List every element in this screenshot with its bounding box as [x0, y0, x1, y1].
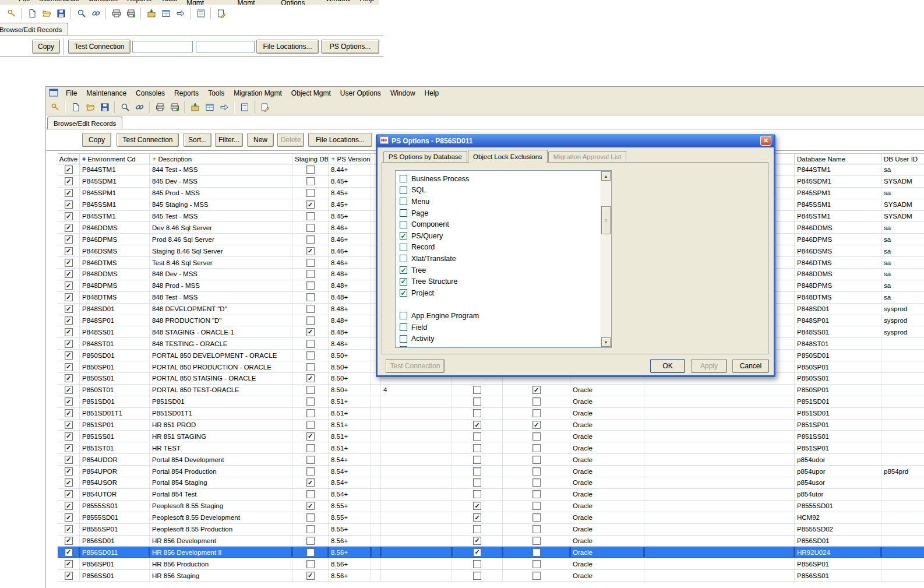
checkbox-activity[interactable]	[400, 335, 407, 343]
exclusion-item-field[interactable]: Field	[400, 322, 601, 333]
copy-button[interactable]: Copy	[32, 40, 60, 54]
checkbox-staging[interactable]	[306, 409, 315, 417]
checkbox-staging[interactable]	[306, 212, 315, 220]
checkbox-staging[interactable]	[306, 281, 315, 290]
test-connection-button[interactable]: Test Connection	[117, 133, 179, 147]
checkbox-flag1[interactable]: ✓	[473, 548, 481, 557]
checkbox-active[interactable]: ✓	[65, 363, 73, 371]
checkbox-staging[interactable]	[306, 340, 315, 348]
checkbox-flag1[interactable]: ✓	[473, 513, 481, 522]
file-locations-button[interactable]: File Locations...	[256, 40, 319, 54]
menu-user-options[interactable]: User Options	[336, 88, 386, 98]
checkbox-active[interactable]: ✓	[65, 247, 73, 255]
menu-window[interactable]: Window	[321, 0, 355, 4]
new-button[interactable]: New	[247, 133, 274, 147]
checkbox-flag2[interactable]	[532, 432, 541, 441]
report-icon[interactable]	[194, 7, 207, 20]
checkbox-field[interactable]	[400, 323, 407, 331]
table-row-p854utor[interactable]: ✓P854UTORPortal 854 Test8.54+Oraclep854u…	[58, 489, 924, 501]
checkbox-flag1[interactable]	[473, 572, 481, 580]
checkbox-flag2[interactable]	[532, 444, 541, 452]
checkbox-active[interactable]: ✓	[65, 386, 73, 394]
ok-button[interactable]: OK	[650, 359, 685, 373]
scrollbar-thumb[interactable]: ≡	[601, 206, 611, 234]
checkbox-flag2[interactable]	[532, 525, 541, 533]
checkbox-active[interactable]: ✓	[65, 305, 73, 313]
checkbox-flag1[interactable]	[473, 525, 481, 533]
tab-browse-edit-records[interactable]: Browse/Edit Records	[0, 23, 68, 36]
checkbox-flag2[interactable]	[532, 560, 541, 568]
menu-migration-mgmt[interactable]: Migration Mgmt	[229, 88, 287, 98]
checkbox-app-engine-program[interactable]	[400, 312, 407, 319]
checkbox-active[interactable]: ✓	[65, 478, 73, 487]
link-icon[interactable]	[133, 101, 146, 114]
checkbox-page[interactable]	[400, 209, 407, 217]
checkbox-staging[interactable]	[306, 293, 315, 301]
exclusion-item-project[interactable]: ✓Project	[400, 287, 601, 299]
checkbox-staging[interactable]	[306, 421, 315, 429]
checkbox-flag1[interactable]	[473, 409, 481, 417]
table-row-p850st01[interactable]: ✓P850ST01PORTAL 850 TEST-ORACLE8.50+4✓Or…	[58, 385, 924, 396]
checkbox-flag2[interactable]: ✓	[532, 421, 541, 429]
cancel-button[interactable]: Cancel	[732, 359, 769, 373]
checkbox-staging[interactable]: ✓	[306, 328, 315, 336]
menu-user-options[interactable]: User Options	[276, 0, 320, 5]
checkbox-active[interactable]: ✓	[65, 572, 73, 580]
zoom-icon[interactable]	[118, 101, 132, 114]
table-row-p851sp01[interactable]: ✓P851SP01HR 851 PROD8.51+✓✓OracleP851SP0…	[58, 420, 924, 431]
checkbox-active[interactable]: ✓	[65, 235, 73, 244]
exclusion-item-xlat-translate[interactable]: Xlat/Translate	[400, 253, 601, 265]
checkbox-staging[interactable]	[306, 235, 315, 244]
checkbox-active[interactable]: ✓	[65, 281, 73, 290]
sort-button[interactable]: Sort...	[184, 133, 211, 147]
checkbox-active[interactable]: ✓	[65, 259, 73, 267]
dialog-titlebar[interactable]: PS Options - P856SD011 ✕	[378, 134, 774, 147]
checkbox-staging[interactable]: ✓	[306, 247, 315, 255]
transfer-arrow-icon[interactable]	[217, 101, 231, 114]
checkbox-staging[interactable]	[306, 397, 315, 406]
checkbox-active[interactable]: ✓	[65, 224, 73, 232]
checkbox-xlat-translate[interactable]	[400, 255, 407, 262]
checkbox-staging[interactable]: ✓	[306, 502, 315, 510]
menu-reports[interactable]: Reports	[122, 0, 156, 4]
checkbox-flag1[interactable]	[473, 444, 481, 452]
exclusion-item-component[interactable]: Component	[400, 219, 601, 230]
menu-reports[interactable]: Reports	[170, 88, 203, 98]
exclusion-item-page[interactable]: Page	[400, 207, 601, 219]
checkbox-staging[interactable]	[306, 305, 315, 313]
checkbox-flag2[interactable]	[532, 467, 541, 476]
tab-ps-options-by-database[interactable]: PS Options by Database	[383, 151, 467, 162]
checkbox-flag2[interactable]	[532, 537, 541, 545]
checkbox-ps-query[interactable]: ✓	[400, 232, 407, 240]
checkbox-staging[interactable]	[306, 386, 315, 394]
checkbox-active[interactable]: ✓	[65, 513, 73, 522]
table-row-p856sd011[interactable]: ✓P856SD011HR 856 Development II8.56+✓Ora…	[58, 547, 924, 558]
checkbox-active[interactable]: ✓	[65, 409, 73, 417]
checkbox-active[interactable]: ✓	[65, 189, 73, 197]
checkbox-active[interactable]: ✓	[65, 456, 73, 464]
checkbox-active[interactable]: ✓	[65, 270, 73, 278]
key-icon[interactable]	[48, 101, 62, 114]
checkbox-flag1[interactable]	[473, 560, 481, 568]
checkbox-active[interactable]: ✓	[65, 374, 73, 382]
test-connection-button[interactable]: Test Connection	[68, 40, 131, 54]
checkbox-staging[interactable]	[306, 166, 315, 174]
checkbox-active[interactable]: ✓	[65, 421, 73, 429]
checkbox-flag1[interactable]: ✓	[473, 537, 481, 545]
checkbox-active[interactable]: ✓	[65, 166, 73, 174]
checkbox-active[interactable]: ✓	[65, 490, 73, 498]
checkbox-active[interactable]: ✓	[65, 397, 73, 406]
checkbox-staging[interactable]	[306, 259, 315, 267]
table-row-p856sp01[interactable]: ✓P856SP01HR 856 Production8.56+OracleP85…	[58, 558, 924, 570]
checkbox-business-process[interactable]	[400, 175, 407, 182]
menu-help[interactable]: Help	[355, 0, 379, 4]
save-icon[interactable]	[98, 101, 111, 114]
menu-consoles[interactable]: Consoles	[84, 0, 122, 4]
menu-maintenance[interactable]: Maintenance	[82, 88, 131, 98]
checkbox-staging[interactable]	[306, 177, 315, 185]
table-icon[interactable]	[203, 101, 216, 114]
checkbox-staging[interactable]	[306, 189, 315, 197]
env-field-2[interactable]	[196, 41, 255, 52]
checkbox-flag2[interactable]	[532, 409, 541, 417]
scroll-up-icon[interactable]: ▲	[601, 171, 611, 181]
